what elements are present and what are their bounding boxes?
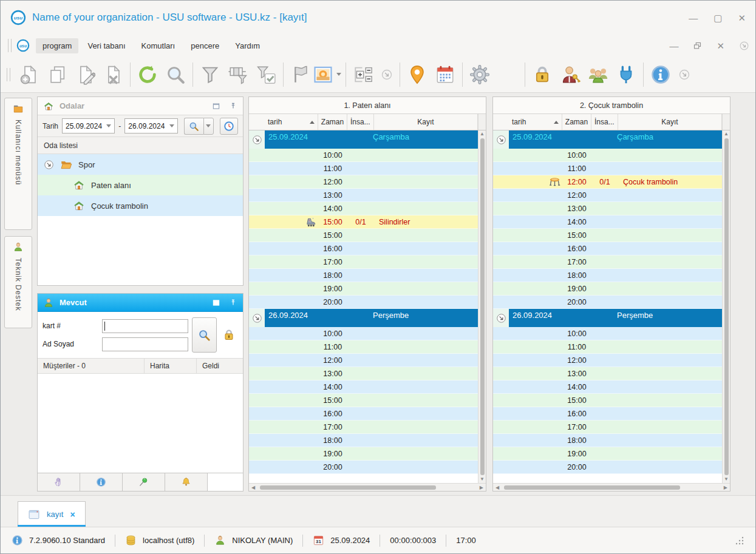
row-expand-button[interactable] xyxy=(349,59,377,90)
menu-item-program[interactable]: program xyxy=(36,38,78,53)
scroll-right-icon[interactable]: ▶ xyxy=(724,485,727,490)
column-header-people[interactable]: İnsa... xyxy=(591,114,618,130)
filter-check-button[interactable] xyxy=(252,59,280,90)
time-slot-row[interactable]: 15:00 xyxy=(249,229,478,242)
booking-row[interactable]: 15:000/1Silindirler xyxy=(249,215,478,229)
column-header-time[interactable]: Zaman xyxy=(562,114,591,130)
pushpin-button[interactable] xyxy=(123,473,165,491)
plug-button[interactable] xyxy=(612,59,640,90)
time-slot-row[interactable]: 17:00 xyxy=(493,421,722,434)
time-slot-row[interactable]: 16:00 xyxy=(493,407,722,421)
circle-arrow-icon[interactable] xyxy=(496,135,506,145)
toolbar-drag-handle[interactable] xyxy=(8,39,12,52)
time-slot-row[interactable]: 16:00 xyxy=(249,242,478,255)
scroll-left-icon[interactable]: ◀ xyxy=(495,485,499,490)
client-search-button[interactable] xyxy=(192,317,217,353)
time-slot-row[interactable]: 16:00 xyxy=(249,407,478,421)
time-slot-row[interactable]: 17:00 xyxy=(493,255,722,269)
delete-record-button[interactable] xyxy=(99,59,127,90)
clients-column-header[interactable]: Geldi xyxy=(197,359,243,373)
time-slot-row[interactable]: 14:00 xyxy=(493,380,722,394)
day-group-header[interactable]: 26.09.2024Perşembe xyxy=(493,309,722,327)
time-slot-row[interactable]: 13:00 xyxy=(493,202,722,215)
full-name-input[interactable] xyxy=(102,337,188,351)
flag-button[interactable] xyxy=(287,59,315,90)
card-number-input[interactable] xyxy=(102,319,188,333)
time-slot-row[interactable]: 11:00 xyxy=(493,340,722,354)
scroll-thumb[interactable] xyxy=(504,485,680,490)
lock-button[interactable] xyxy=(528,59,556,90)
chevron-down-icon[interactable] xyxy=(336,73,341,76)
time-slot-row[interactable]: 20:00 xyxy=(493,296,722,309)
day-group-header[interactable]: 25.09.2024Çarşamba xyxy=(493,130,722,149)
scroll-thumb[interactable] xyxy=(260,485,436,490)
tree-item-paten-alanı[interactable]: Paten alanı xyxy=(38,175,243,195)
column-header-record[interactable]: Kayıt xyxy=(618,114,722,130)
horizontal-scrollbar[interactable]: ◀▶ xyxy=(249,483,486,491)
search-button[interactable] xyxy=(162,59,189,90)
time-slot-row[interactable]: 10:00 xyxy=(249,149,478,162)
scroll-thumb[interactable] xyxy=(480,138,485,475)
panel-maximize-icon[interactable] xyxy=(212,299,220,307)
mdi-minimize-button[interactable]: — xyxy=(669,41,678,50)
time-slot-row[interactable]: 20:00 xyxy=(249,296,478,309)
minimize-button[interactable]: — xyxy=(689,13,698,22)
tree-item-çocuk-trambolin[interactable]: Çocuk trambolin xyxy=(38,195,243,216)
close-button[interactable]: ✕ xyxy=(738,13,746,22)
time-slot-row[interactable]: 18:00 xyxy=(493,269,722,282)
maximize-button[interactable]: ▢ xyxy=(713,13,722,22)
info-button[interactable] xyxy=(80,473,123,491)
toolbar-drag-handle[interactable] xyxy=(7,68,10,81)
time-slot-row[interactable]: 10:00 xyxy=(249,327,478,340)
panel-pin-icon[interactable] xyxy=(229,102,237,110)
overflow-chevron-button[interactable] xyxy=(675,59,694,90)
time-slot-row[interactable]: 19:00 xyxy=(249,282,478,296)
time-slot-row[interactable]: 14:00 xyxy=(249,380,478,394)
color-wheel-button[interactable] xyxy=(494,59,522,90)
mdi-overflow-button[interactable] xyxy=(739,41,749,51)
time-slot-row[interactable]: 10:00 xyxy=(493,327,722,340)
time-slot-row[interactable]: 11:00 xyxy=(493,162,722,175)
time-slot-row[interactable]: 12:00 xyxy=(249,175,478,189)
time-slot-row[interactable]: 12:00 xyxy=(249,354,478,367)
scroll-left-icon[interactable]: ◀ xyxy=(251,485,255,490)
time-slot-row[interactable]: 19:00 xyxy=(493,282,722,296)
side-tab-user-menu[interactable]: Kullanıcı menüsü xyxy=(4,98,32,230)
panel-maximize-icon[interactable] xyxy=(212,102,220,110)
menu-item-yardım[interactable]: Yardım xyxy=(228,38,267,53)
time-slot-row[interactable]: 17:00 xyxy=(249,421,478,434)
copy-record-button[interactable] xyxy=(43,59,71,90)
calendar-button[interactable] xyxy=(431,59,459,90)
date-from-combo[interactable]: 25.09.2024 xyxy=(62,118,115,133)
filter-button[interactable] xyxy=(196,59,224,90)
tab-kayit[interactable]: kayıt × xyxy=(18,501,86,527)
overflow-chevron-button[interactable] xyxy=(377,59,397,90)
time-slot-row[interactable]: 16:00 xyxy=(493,242,722,255)
horizontal-scrollbar[interactable]: ◀▶ xyxy=(493,483,730,491)
present-footer-field[interactable] xyxy=(208,473,243,491)
time-slot-row[interactable]: 11:00 xyxy=(249,340,478,354)
time-slot-row[interactable]: 15:00 xyxy=(249,394,478,407)
column-header-time[interactable]: Zaman xyxy=(318,114,347,130)
column-header-people[interactable]: İnsa... xyxy=(347,114,374,130)
time-slot-row[interactable]: 18:00 xyxy=(249,434,478,447)
scroll-thumb[interactable] xyxy=(724,138,729,475)
time-slot-row[interactable]: 15:00 xyxy=(493,229,722,242)
time-slot-row[interactable]: 12:00 xyxy=(493,354,722,367)
time-slot-row[interactable]: 18:00 xyxy=(249,269,478,282)
side-tab-tech-support[interactable]: Teknik Destek xyxy=(4,236,32,328)
clients-column-header[interactable]: Harita xyxy=(145,359,197,373)
menu-item-pencere[interactable]: pencere xyxy=(184,38,226,53)
scroll-up-icon[interactable]: ▲ xyxy=(724,131,729,137)
info-button[interactable] xyxy=(647,59,675,90)
time-slot-row[interactable]: 18:00 xyxy=(493,434,722,447)
time-slot-row[interactable]: 12:00 xyxy=(493,189,722,202)
tab-close-icon[interactable]: × xyxy=(70,510,75,519)
circle-arrow-icon[interactable] xyxy=(252,313,262,323)
bell-button[interactable] xyxy=(165,473,208,491)
time-slot-row[interactable]: 20:00 xyxy=(249,461,478,474)
filter-columns-button[interactable] xyxy=(224,59,252,90)
hand-button[interactable] xyxy=(38,473,80,491)
time-slot-row[interactable]: 10:00 xyxy=(493,149,722,162)
vertical-scrollbar[interactable]: ▲▼ xyxy=(722,130,730,483)
